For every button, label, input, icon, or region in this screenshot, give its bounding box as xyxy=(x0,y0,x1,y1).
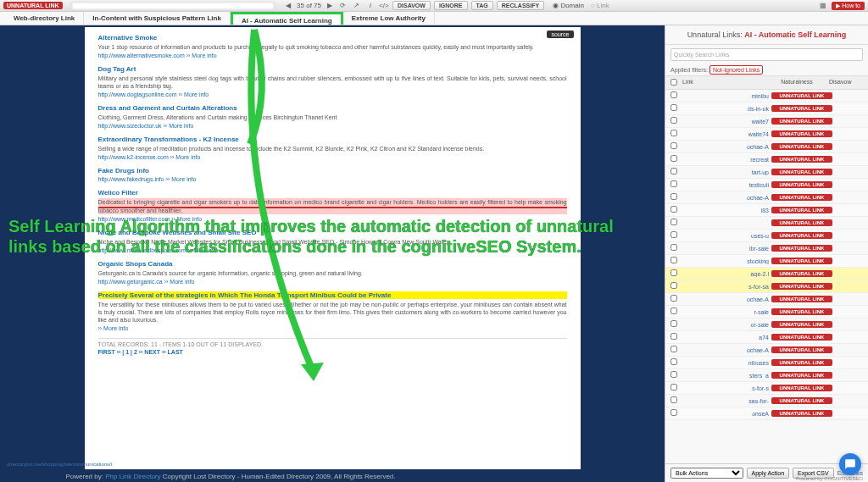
row-checkbox[interactable] xyxy=(670,269,677,276)
table-row[interactable]: ochae-AUNNATURAL LINK xyxy=(665,344,868,357)
table-row[interactable]: nibusesUNNATURAL LINK xyxy=(665,357,868,369)
row-checkbox[interactable] xyxy=(670,307,677,314)
row-checkbox[interactable] xyxy=(670,371,677,378)
row-unnat-badge[interactable]: UNNATURAL LINK xyxy=(771,181,832,188)
tab-low-authority[interactable]: Extreme Low Authority xyxy=(343,12,435,25)
row-checkbox[interactable] xyxy=(670,155,677,162)
col-naturalness[interactable]: Naturalness xyxy=(765,79,829,86)
row-checkbox[interactable] xyxy=(670,130,677,136)
table-row[interactable]: sas-for-UNNATURAL LINK xyxy=(665,395,868,407)
row-checkbox[interactable] xyxy=(670,396,677,403)
row-unnat-badge[interactable]: UNNATURAL LINK xyxy=(771,169,832,175)
row-checkbox[interactable] xyxy=(670,193,677,200)
row-unnat-badge[interactable]: UNNATURAL LINK xyxy=(771,194,832,201)
entry-url[interactable]: http://www.getorganic.ca ›› More info xyxy=(98,279,567,285)
entry-title[interactable]: Fake Drugs Info xyxy=(98,167,567,175)
apply-action-button[interactable]: Apply Action xyxy=(747,468,790,479)
table-row[interactable]: a74UNNATURAL LINK xyxy=(665,331,868,344)
url-bar[interactable] xyxy=(71,2,275,10)
table-row[interactable]: ochae-AUNNATURAL LINK xyxy=(665,293,868,306)
row-checkbox[interactable] xyxy=(670,117,677,124)
table-row[interactable]: r-saleUNNATURAL LINK xyxy=(665,306,868,319)
entry-url[interactable]: http://www.dogtagsonline.com ›› More inf… xyxy=(98,91,567,97)
row-unnat-badge[interactable]: UNNATURAL LINK xyxy=(771,245,832,252)
row-checkbox[interactable] xyxy=(670,320,677,327)
row-unnat-badge[interactable]: UNNATURAL LINK xyxy=(771,359,832,366)
source-badge[interactable]: source xyxy=(547,30,573,38)
table-row[interactable]: s-for-sUNNATURAL LINK xyxy=(665,382,868,395)
howto-button[interactable]: ▶ How to xyxy=(832,2,865,10)
external-icon[interactable]: ↗ xyxy=(352,1,362,11)
entry-url[interactable]: http://www.nicheandbespoke.com ›› More i… xyxy=(98,247,567,253)
row-checkbox[interactable] xyxy=(670,104,677,111)
row-checkbox[interactable] xyxy=(670,142,677,149)
table-row[interactable]: tart-upUNNATURAL LINK xyxy=(665,166,868,179)
row-checkbox[interactable] xyxy=(670,206,677,213)
prev-icon[interactable]: ◀ xyxy=(283,1,293,11)
table-row[interactable]: onseAUNNATURAL LINK xyxy=(665,407,868,420)
entry-url[interactable]: http://www.k2-incense.com ›› More info xyxy=(98,154,567,160)
table-row[interactable]: testiculiUNNATURAL LINK xyxy=(665,179,868,191)
table-row[interactable]: ds-in-ukUNNATURAL LINK xyxy=(665,102,868,115)
row-unnat-badge[interactable]: UNNATURAL LINK xyxy=(771,130,832,137)
row-checkbox[interactable] xyxy=(670,409,677,416)
domain-toggle[interactable]: ◉ Domain xyxy=(553,2,584,9)
row-unnat-badge[interactable]: UNNATURAL LINK xyxy=(771,219,832,226)
row-checkbox[interactable] xyxy=(670,168,677,175)
entry-title[interactable]: Welico Filter xyxy=(98,189,567,197)
table-row[interactable]: stockingUNNATURAL LINK xyxy=(665,255,868,268)
table-row[interactable]: age-2.lUNNATURAL LINK xyxy=(665,268,868,280)
tag-button[interactable]: TAG xyxy=(471,1,493,10)
refresh-icon[interactable]: ⟳ xyxy=(338,1,348,11)
row-checkbox[interactable] xyxy=(670,333,677,340)
tab-suspicious[interactable]: In-Content with Suspicious Pattern Link xyxy=(84,12,231,25)
entry-url[interactable]: ›› More info xyxy=(98,325,567,331)
col-link[interactable]: Link xyxy=(682,79,765,86)
row-unnat-badge[interactable]: UNNATURAL LINK xyxy=(771,410,832,417)
entry-url[interactable]: http://www.alternativesmoke.com ›› More … xyxy=(98,53,567,58)
table-row[interactable]: sters_aUNNATURAL LINK xyxy=(665,369,868,382)
italic-icon[interactable]: I xyxy=(365,1,376,11)
table-row[interactable]: ochae-AUNNATURAL LINK xyxy=(665,191,868,204)
row-unnat-badge[interactable]: UNNATURAL LINK xyxy=(771,346,832,353)
footer-link[interactable]: Php Link Directory xyxy=(105,473,160,480)
table-row[interactable]: UNNATURAL LINK xyxy=(665,217,868,230)
grid-icon[interactable]: ▦ xyxy=(818,1,828,11)
search-input[interactable]: Quickly Search Links xyxy=(670,48,863,61)
link-toggle[interactable]: ○ Link xyxy=(591,2,609,9)
row-unnat-badge[interactable]: UNNATURAL LINK xyxy=(771,308,832,315)
row-unnat-badge[interactable]: UNNATURAL LINK xyxy=(771,296,832,302)
code-icon[interactable]: </> xyxy=(379,1,389,11)
chat-bubble-icon[interactable] xyxy=(839,453,861,475)
entry-title[interactable]: Precisely Several of the strategies in W… xyxy=(98,291,567,299)
row-checkbox[interactable] xyxy=(670,282,677,289)
row-unnat-badge[interactable]: UNNATURAL LINK xyxy=(771,397,832,404)
row-unnat-badge[interactable]: UNNATURAL LINK xyxy=(771,92,832,99)
row-checkbox[interactable] xyxy=(670,91,677,98)
row-checkbox[interactable] xyxy=(670,257,677,263)
entry-title[interactable]: Dress and Garment and Curtain Alteration… xyxy=(98,104,567,112)
next-icon[interactable]: ▶ xyxy=(325,1,335,11)
col-disavow[interactable]: Disavow xyxy=(829,79,863,86)
tab-ai-self-learning[interactable]: AI - Automatic Self Learning xyxy=(231,12,343,25)
table-row[interactable]: recreatUNNATURAL LINK xyxy=(665,153,868,166)
row-checkbox[interactable] xyxy=(670,295,677,302)
entry-title[interactable]: Alternative Smoke xyxy=(98,34,567,42)
entry-title[interactable]: Extraordinary Transformations - K2 Incen… xyxy=(98,136,567,143)
row-checkbox[interactable] xyxy=(670,244,677,251)
table-row[interactable]: uses-uUNNATURAL LINK xyxy=(665,230,868,242)
row-checkbox[interactable] xyxy=(670,219,677,225)
ignore-button[interactable]: IGNORE xyxy=(434,1,468,10)
entry-title[interactable]: Niche and Bespoke Websites and Small Sit… xyxy=(98,229,567,236)
row-unnat-badge[interactable]: UNNATURAL LINK xyxy=(771,156,832,163)
table-row[interactable]: s-for-saUNNATURAL LINK xyxy=(665,280,868,293)
row-unnat-badge[interactable]: UNNATURAL LINK xyxy=(771,321,832,328)
table-row[interactable]: waite7UNNATURAL LINK xyxy=(665,115,868,128)
select-all-checkbox[interactable] xyxy=(670,79,677,86)
row-unnat-badge[interactable]: UNNATURAL LINK xyxy=(771,334,832,341)
row-unnat-badge[interactable]: UNNATURAL LINK xyxy=(771,372,832,379)
row-checkbox[interactable] xyxy=(670,358,677,365)
row-unnat-badge[interactable]: UNNATURAL LINK xyxy=(771,143,832,150)
entry-title[interactable]: Organic Shops Canada xyxy=(98,260,567,268)
table-row[interactable]: or-saleUNNATURAL LINK xyxy=(665,319,868,331)
